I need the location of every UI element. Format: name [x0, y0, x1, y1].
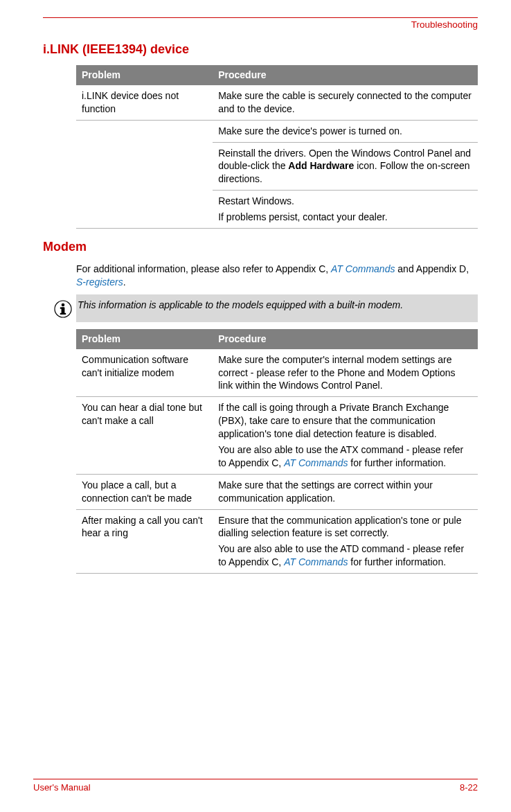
header-section: Troubleshooting — [43, 19, 478, 30]
table-row: You place a call, but a connection can't… — [76, 474, 478, 509]
cell-problem: You place a call, but a connection can't… — [76, 474, 213, 509]
cell-proc: Restart Windows. If problems persist, co… — [213, 191, 478, 229]
cell-problem: i.LINK device does not function — [76, 85, 213, 120]
footer: User's Manual 8-22 — [33, 779, 478, 793]
info-icon — [54, 300, 72, 318]
cell-proc: Make sure the device's power is turned o… — [213, 120, 478, 142]
ilink-block: Problem Procedure i.LINK device does not… — [76, 65, 478, 229]
svg-rect-3 — [60, 307, 64, 308]
th-procedure: Procedure — [213, 65, 478, 85]
th-problem: Problem — [76, 65, 213, 85]
table-row: Communication software can't initialize … — [76, 349, 478, 397]
svg-rect-4 — [60, 313, 66, 315]
cell-problem: Communication software can't initialize … — [76, 349, 213, 397]
page: Troubleshooting i.LINK (IEEE1394) device… — [0, 0, 511, 812]
table-row: Restart Windows. If problems persist, co… — [76, 191, 478, 229]
table-row: After making a call you can't hear a rin… — [76, 509, 478, 574]
cell-problem: After making a call you can't hear a rin… — [76, 509, 213, 574]
table-row: You can hear a dial tone but can't make … — [76, 397, 478, 474]
cell-proc: Make sure the computer's internal modem … — [213, 349, 478, 397]
cell-proc: Reinstall the drivers. Open the Windows … — [213, 142, 478, 191]
cell-proc: Make sure that the settings are correct … — [213, 474, 478, 509]
cell-problem: You can hear a dial tone but can't make … — [76, 397, 213, 474]
footer-page-number: 8-22 — [460, 782, 478, 793]
table-row: Make sure the device's power is turned o… — [76, 120, 478, 142]
th-problem: Problem — [76, 329, 213, 349]
th-procedure: Procedure — [213, 329, 478, 349]
cell-proc: If the call is going through a Private B… — [213, 397, 478, 474]
ilink-table: Problem Procedure i.LINK device does not… — [76, 65, 478, 229]
modem-block: For additional information, please also … — [76, 263, 478, 574]
cell-proc: Ensure that the communication applicatio… — [213, 509, 478, 574]
table-row: Reinstall the drivers. Open the Windows … — [76, 142, 478, 191]
section-title-modem: Modem — [43, 240, 478, 254]
info-note: This information is applicable to the mo… — [76, 294, 478, 322]
svg-point-1 — [62, 303, 65, 306]
link-at-commands[interactable]: AT Commands — [284, 457, 348, 468]
modem-intro: For additional information, please also … — [76, 263, 478, 289]
cell-proc: Make sure the cable is securely connecte… — [213, 85, 478, 120]
link-at-commands[interactable]: AT Commands — [331, 263, 395, 274]
info-note-text: This information is applicable to the mo… — [78, 299, 471, 312]
table-row: i.LINK device does not function Make sur… — [76, 85, 478, 120]
link-s-registers[interactable]: S-registers — [76, 276, 123, 288]
section-title-ilink: i.LINK (IEEE1394) device — [43, 42, 478, 57]
modem-table: Problem Procedure Communication software… — [76, 329, 478, 574]
footer-left: User's Manual — [33, 782, 91, 793]
link-at-commands[interactable]: AT Commands — [284, 556, 348, 567]
top-rule — [43, 17, 478, 18]
